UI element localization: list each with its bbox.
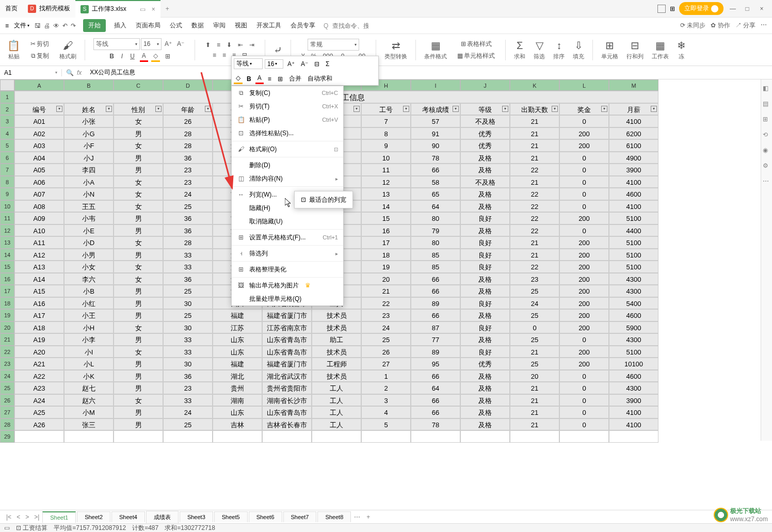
data-cell[interactable]: 0	[559, 418, 609, 431]
row-header[interactable]: 11	[0, 212, 14, 224]
filter-dropdown-icon[interactable]: ▾	[106, 106, 112, 112]
data-cell[interactable]: 1	[361, 370, 411, 382]
data-cell[interactable]: 24	[361, 321, 411, 334]
fx-icon[interactable]: fx	[77, 69, 82, 76]
data-cell[interactable]: 200	[559, 236, 609, 249]
sort-button[interactable]: ↕排序	[551, 39, 567, 61]
data-cell[interactable]: 及格	[460, 152, 510, 164]
tab-data[interactable]: 数据	[190, 19, 205, 32]
data-cell[interactable]: 64	[411, 382, 460, 394]
data-cell[interactable]: 及格	[460, 418, 510, 431]
sheet-tab[interactable]: Sheet1	[42, 511, 76, 523]
qat-undo-icon[interactable]: ↶	[62, 22, 68, 29]
data-cell[interactable]: 18	[361, 249, 411, 261]
data-cell[interactable]: A21	[14, 358, 64, 370]
row-header[interactable]: 7	[0, 164, 14, 176]
data-cell[interactable]: 91	[411, 127, 460, 140]
sheet-nav-next[interactable]: >	[23, 513, 31, 521]
data-cell[interactable]: 女	[114, 321, 163, 334]
data-cell[interactable]: 小N	[64, 188, 114, 200]
data-cell[interactable]: 男	[114, 212, 163, 224]
data-cell[interactable]: 25	[163, 309, 213, 321]
col-header[interactable]: M	[609, 79, 658, 91]
menu-export-image[interactable]: 🖼输出单元格为图片♛	[232, 279, 343, 292]
sheet-nav-first[interactable]: |<	[4, 513, 13, 521]
data-cell[interactable]: 33	[163, 394, 213, 407]
mini-font-select[interactable]: 等线▾	[234, 58, 263, 69]
column-header-cell[interactable]: 奖金▾	[559, 103, 609, 116]
data-cell[interactable]: 21	[510, 115, 559, 127]
data-cell[interactable]: 0	[559, 164, 609, 176]
align-bottom-icon[interactable]: ⬇	[224, 40, 234, 50]
data-cell[interactable]: A22	[14, 370, 64, 382]
data-cell[interactable]: 4100	[609, 176, 658, 188]
data-cell[interactable]: 20	[361, 273, 411, 285]
row-header[interactable]: 16	[0, 273, 14, 285]
data-cell[interactable]: 山东	[213, 333, 262, 346]
data-cell[interactable]: 25	[510, 333, 559, 346]
data-cell[interactable]: 200	[559, 212, 609, 224]
data-cell[interactable]: A19	[14, 333, 64, 346]
data-cell[interactable]: 21	[510, 346, 559, 358]
tab-formula[interactable]: 公式	[169, 19, 183, 32]
data-cell[interactable]: 福建	[213, 309, 262, 321]
data-cell[interactable]: 男	[114, 224, 163, 237]
data-cell[interactable]: 5900	[609, 321, 658, 334]
row-header[interactable]: 29	[0, 430, 14, 443]
data-cell[interactable]: 13	[361, 188, 411, 200]
qat-save-icon[interactable]: 🖫	[35, 22, 41, 29]
data-cell[interactable]: 21	[510, 236, 559, 249]
data-cell[interactable]: 64	[411, 200, 460, 213]
worksheet-button[interactable]: ▦工作表	[650, 38, 671, 61]
data-cell[interactable]: 男	[114, 406, 163, 418]
data-cell[interactable]: 36	[163, 212, 213, 224]
data-cell[interactable]: 25	[361, 333, 411, 346]
cut-button[interactable]: ✂ 剪切	[28, 39, 51, 50]
tab-workbook[interactable]: S工作簿3.xlsx▭×	[75, 0, 160, 18]
sum-button[interactable]: Σ求和	[512, 39, 527, 61]
data-cell[interactable]: 4300	[609, 285, 658, 297]
data-cell[interactable]: 200	[559, 261, 609, 273]
data-cell[interactable]: A14	[14, 273, 64, 285]
cond-format-button[interactable]: ▦条件格式	[422, 38, 449, 61]
mini-bold-button[interactable]: B	[245, 74, 253, 84]
data-cell[interactable]: 85	[411, 249, 460, 261]
data-cell[interactable]: 200	[559, 285, 609, 297]
data-cell[interactable]: 福建省厦门市	[262, 358, 312, 370]
row-header[interactable]: 1	[0, 91, 14, 103]
data-cell[interactable]: 4600	[609, 370, 658, 382]
data-cell[interactable]: 及格	[460, 224, 510, 237]
col-header[interactable]: A	[14, 79, 64, 91]
data-cell[interactable]: 25	[163, 200, 213, 213]
panel-bean-icon[interactable]: ◉	[763, 147, 771, 155]
col-header[interactable]: J	[460, 79, 510, 91]
fill-button[interactable]: ⇩填充	[571, 38, 586, 61]
data-cell[interactable]: 23	[361, 309, 411, 321]
data-cell[interactable]: 湖北	[213, 370, 262, 382]
empty-cell[interactable]	[609, 430, 658, 443]
data-cell[interactable]: 小B	[64, 285, 114, 297]
data-cell[interactable]: 95	[411, 358, 460, 370]
data-cell[interactable]: 0	[559, 406, 609, 418]
data-cell[interactable]: 25	[510, 358, 559, 370]
border-button[interactable]: ⊞	[163, 51, 172, 62]
mini-autosum-label[interactable]: 自动求和	[305, 73, 334, 84]
column-header-cell[interactable]: 性别▾	[114, 103, 163, 116]
data-cell[interactable]: 4300	[609, 382, 658, 394]
data-cell[interactable]: 77	[411, 333, 460, 346]
empty-cell[interactable]	[460, 430, 510, 443]
spreadsheet-grid[interactable]: ABCDEFGHIJKLM1XX公司员工信息2编号▾姓名▾性别▾年龄▾省份▾地址…	[0, 79, 772, 510]
data-cell[interactable]: 10100	[609, 358, 658, 370]
data-cell[interactable]: A07	[14, 188, 64, 200]
data-cell[interactable]: 小K	[64, 370, 114, 382]
row-header[interactable]: 28	[0, 418, 14, 431]
data-cell[interactable]: 福建省厦门市	[262, 309, 312, 321]
col-header[interactable]: D	[163, 79, 213, 91]
data-cell[interactable]: 女	[114, 139, 163, 152]
data-cell[interactable]: 25	[510, 285, 559, 297]
empty-cell[interactable]	[510, 430, 559, 443]
tab-insert[interactable]: 插入	[113, 19, 127, 32]
sheet-tab[interactable]: Sheet7	[283, 511, 317, 522]
data-cell[interactable]: 23	[163, 164, 213, 176]
data-cell[interactable]: 江苏省南京市	[262, 321, 312, 334]
